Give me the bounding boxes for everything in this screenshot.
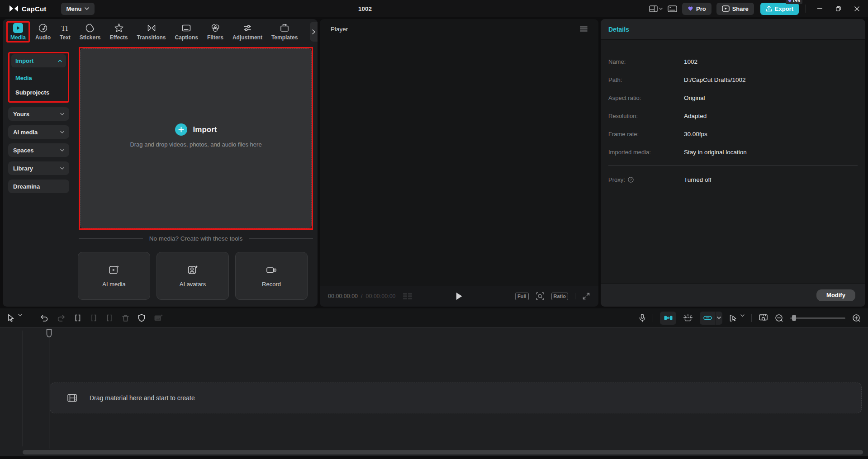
sidebar-item-yours[interactable]: Yours: [8, 107, 69, 121]
timeline-dropzone[interactable]: Drag material here and start to create: [50, 383, 862, 413]
cursor-track-mode-button[interactable]: [729, 314, 745, 322]
player-menu-button[interactable]: [580, 26, 588, 32]
tab-label: Text: [60, 34, 71, 41]
timeline-zoom-slider[interactable]: [790, 315, 845, 321]
details-header: Details: [601, 19, 865, 40]
delete-left-button[interactable]: [90, 314, 97, 322]
link-options-chevron[interactable]: [715, 312, 722, 325]
ai-avatars-button[interactable]: AI avatars: [157, 252, 229, 300]
timeline-horizontal-scrollbar[interactable]: [23, 450, 863, 454]
panel-layout-button[interactable]: [668, 5, 677, 12]
split-button[interactable]: [74, 314, 81, 322]
tab-media[interactable]: Media: [6, 21, 30, 43]
sidebar-item-library[interactable]: Library: [8, 161, 69, 175]
minimize-button[interactable]: [813, 2, 826, 15]
timecode-separator: /: [361, 293, 362, 299]
ai-media-button[interactable]: AI media: [78, 252, 150, 300]
captions-tab-icon: [181, 23, 191, 33]
sidebar-item-ai-media[interactable]: AI media: [8, 125, 69, 139]
chevron-down-icon: [60, 167, 64, 170]
tab-label: Media: [10, 34, 26, 41]
tab-stickers[interactable]: Stickers: [76, 22, 104, 42]
select-tool-button[interactable]: [7, 314, 22, 322]
tab-captions[interactable]: Captions: [171, 22, 202, 42]
undo-button[interactable]: [40, 314, 48, 322]
export-button[interactable]: Export: [760, 3, 799, 15]
help-circle-icon[interactable]: ?: [628, 177, 634, 183]
zoom-slider-handle[interactable]: [792, 315, 796, 321]
tab-effects[interactable]: Effects: [106, 22, 132, 42]
playhead-handle[interactable]: [46, 329, 52, 338]
timeline-body[interactable]: Drag material here and start to create: [0, 327, 868, 459]
tab-audio[interactable]: Audio: [32, 22, 54, 42]
record-button[interactable]: Record: [235, 252, 308, 300]
share-label: Share: [732, 5, 749, 12]
zoom-out-button[interactable]: [775, 314, 783, 322]
detail-label: Aspect ratio:: [608, 95, 684, 101]
pro-button[interactable]: Pro: [682, 3, 711, 15]
sidebar-item-media[interactable]: Media: [11, 71, 66, 85]
redo-button[interactable]: [57, 314, 66, 322]
voiceover-mic-button[interactable]: [639, 314, 646, 322]
delete-right-button[interactable]: [106, 314, 113, 322]
fullscreen-button[interactable]: [582, 292, 590, 300]
detail-value: Stay in original location: [684, 149, 747, 156]
text-tab-icon: TI: [60, 23, 70, 33]
layout-toggle-button[interactable]: [649, 5, 663, 12]
linked-preview-toggle-group: [700, 312, 722, 325]
chevron-up-icon: [58, 60, 62, 62]
cover-edit-button[interactable]: [154, 314, 163, 322]
zoom-slider-track[interactable]: [790, 317, 845, 319]
project-title: 1002: [349, 0, 381, 17]
import-dropzone[interactable]: Import Drag and drop videos, photos, and…: [80, 48, 312, 228]
player-header: Player: [320, 19, 598, 39]
main-track-magnet-toggle[interactable]: [660, 312, 676, 325]
menu-button[interactable]: Menu: [61, 3, 95, 15]
sidebar-item-import[interactable]: Import: [11, 54, 66, 67]
preview-axis-button[interactable]: [759, 314, 768, 322]
sidebar-item-dreamina[interactable]: Dreamina: [8, 180, 69, 193]
tab-templates[interactable]: Templates: [268, 22, 301, 42]
full-view-button[interactable]: Full: [515, 293, 529, 300]
svg-text:?: ?: [630, 178, 632, 182]
play-button[interactable]: [456, 292, 463, 300]
delete-button[interactable]: [122, 314, 129, 322]
ratio-button[interactable]: Ratio: [551, 293, 569, 300]
tool-label: Record: [262, 281, 281, 288]
mask-button[interactable]: [138, 314, 145, 322]
chevron-down-icon: [60, 113, 64, 115]
tab-filters[interactable]: Filters: [204, 22, 227, 42]
sidebar-item-label: Library: [13, 165, 33, 172]
modify-button[interactable]: Modify: [816, 289, 855, 301]
link-toggle[interactable]: [700, 312, 715, 325]
zoom-in-button[interactable]: [852, 314, 861, 322]
capcut-logo: CapCut: [9, 5, 47, 13]
tabstrip-scroll-right-button[interactable]: [310, 22, 318, 42]
details-footer: Modify: [601, 283, 865, 307]
detail-value: Original: [684, 95, 705, 101]
sidebar-item-spaces[interactable]: Spaces: [8, 143, 69, 157]
detail-row-aspect-ratio: Aspect ratio: Original: [608, 89, 858, 107]
record-icon: [266, 264, 277, 276]
tab-transitions[interactable]: Transitions: [133, 22, 170, 42]
restore-button[interactable]: [831, 2, 845, 15]
divider-line: [79, 238, 143, 239]
auto-snap-button[interactable]: [683, 313, 693, 322]
badge-label: Pro: [793, 0, 800, 3]
preview-zoom-button[interactable]: [536, 292, 545, 301]
sidebar-item-subprojects[interactable]: Subprojects: [11, 85, 66, 99]
plus-icon: [175, 123, 187, 136]
import-dropzone-annotation: Import Drag and drop videos, photos, and…: [79, 47, 313, 230]
full-badge: Full: [515, 293, 529, 300]
import-group-annotation: Import Media Subprojects: [8, 52, 69, 103]
details-panel: Details Name: 1002 Path: D:/CapCut Draft…: [601, 19, 865, 307]
tab-adjustment[interactable]: Adjustment: [229, 22, 266, 42]
import-action[interactable]: Import: [175, 123, 217, 136]
tool-label: AI media: [102, 281, 125, 288]
window-controls-separator: [806, 5, 806, 13]
templates-tab-icon: [280, 23, 289, 33]
close-button[interactable]: [850, 2, 863, 15]
tab-text[interactable]: TI Text: [56, 22, 74, 42]
tab-label: Filters: [207, 34, 223, 41]
share-button[interactable]: Share: [716, 3, 754, 15]
